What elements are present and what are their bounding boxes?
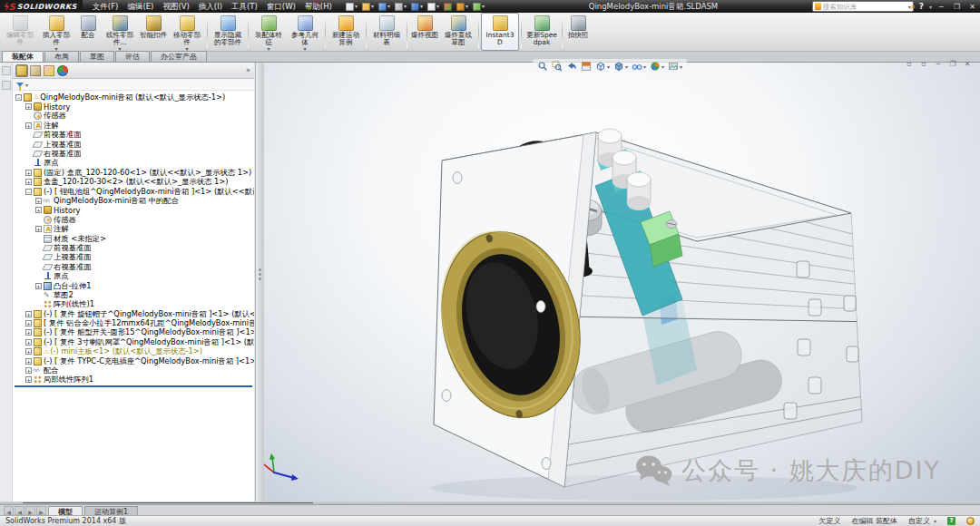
menu-2[interactable]: 视图(V) [158,0,193,13]
tree-item[interactable]: +(-) [ 复件 3寸喇叭网罩^QingMelodyBox-mini音箱 ]<… [13,337,254,346]
file-properties-button[interactable]: ▾ [471,1,486,12]
tab-装配体[interactable]: 装配体 [2,51,44,62]
menu-1[interactable]: 编辑(E) [122,0,158,13]
minimize-doc-button[interactable]: ─ [933,59,944,70]
tree-item[interactable]: 原点 [13,159,254,168]
tab-评估[interactable]: 评估 [115,51,150,62]
zoom-fit-button[interactable] [536,57,549,76]
tab-草图[interactable]: 草图 [80,51,114,62]
tree-item[interactable]: 上视基准面 [13,253,254,262]
section-view-button[interactable] [580,57,593,76]
tree-item[interactable]: 前视基准面 [13,131,254,140]
tree-item[interactable]: +凸台-拉伸1 [13,281,254,290]
restore-button[interactable]: ❐ [951,2,963,12]
apply-scene-button[interactable]: ▾ [667,57,683,76]
help-button[interactable]: ? [917,2,926,11]
tree-item[interactable]: +注解 [13,121,254,130]
hide-show-items-button[interactable]: ▾ [631,57,647,76]
open-document-button[interactable]: ▾ [360,1,376,12]
tree-item[interactable]: +[ 复件 铝合金小拉手12mmx64孔距^QingMelodyBox-mini… [13,318,254,327]
tree-item[interactable]: +(-) [ 复件 TYPC-C充电插座^QingMelodyBox-mini音… [13,356,254,365]
knowledge-search[interactable]: ⌕ ▾ [812,1,914,12]
close-button[interactable]: ✕ [966,2,978,12]
smart-fasteners-button[interactable]: 智能扣件 [138,14,169,50]
expand-toggle-icon[interactable]: + [35,198,42,204]
expand-toggle-icon[interactable]: + [25,367,32,374]
new-motion-study-button[interactable]: 新建运动算例 [328,14,364,50]
tree-item[interactable]: 材质 <未指定> [13,234,254,243]
pushpin-icon[interactable] [2,66,11,75]
tab-办公室产品[interactable]: 办公室产品 [151,51,207,62]
menu-6[interactable]: 帮助(H) [300,0,337,13]
window-layout-b-button[interactable]: ▫ [918,59,929,70]
filter-caret-icon[interactable]: ▾ [25,82,28,88]
take-snapshot-button[interactable]: 拍快照 [564,14,592,50]
tree-item[interactable]: +局部线性阵列1 [13,375,254,385]
tree-item[interactable]: +⚠(-) mini主板<1> (默认<默认_显示状态-1>) [13,347,254,356]
tree-item[interactable]: +(-) [ 复件 船型开关-圆形15^QingMelodyBox-mini音箱… [13,328,254,337]
tree-item[interactable]: +注解 [13,224,254,233]
menu-5[interactable]: 窗口(W) [262,0,300,13]
expand-toggle-icon[interactable]: + [25,358,32,365]
display-style-button[interactable]: ▾ [612,57,629,76]
displaymanager-tab[interactable] [57,65,68,76]
tree-item[interactable]: 传感器 [13,215,254,224]
expand-toggle-icon[interactable]: − [25,189,32,195]
tree-item[interactable]: −⚠QingMelodyBox-mini音箱 (默认<默认_显示状态-1>) [13,93,254,102]
restore-doc-button[interactable]: ❐ [947,59,958,70]
view-orientation-button[interactable]: ▾ [594,57,611,76]
options-button[interactable]: ▾ [455,1,470,12]
featuremanager-tree-tab[interactable] [16,65,27,76]
move-component-button[interactable]: 移动零部件▾ [169,14,205,50]
tree-item[interactable]: +配合 [13,365,254,375]
tree-item[interactable]: +History [13,102,254,111]
graphics-area[interactable]: ▾▾▾▾▾ ▫▫─❐✕ 公众号 · 姚大庆的DIY [264,63,980,502]
status-caret-icon[interactable]: ▾ [934,518,936,524]
tree-item[interactable]: 右视基准面 [13,262,254,271]
expand-toggle-icon[interactable]: + [25,348,32,355]
print-document-button[interactable]: ▾ [393,1,408,12]
insert-components-button[interactable]: 插入零部件▾ [38,14,74,50]
zoom-area-button[interactable] [551,57,564,76]
filter-icon[interactable] [16,83,24,87]
tree-item[interactable]: 传感器 [13,112,254,121]
tree-item[interactable]: 右视基准面 [13,149,254,158]
tree-item[interactable]: 上视基准面 [13,140,254,149]
window-layout-a-button[interactable]: ▫ [904,59,915,70]
menu-0[interactable]: 文件(F) [88,0,123,13]
model-3d-view[interactable] [264,63,980,502]
expand-toggle-icon[interactable]: + [35,283,42,289]
previous-view-button[interactable] [565,57,578,76]
tab-nav-3-button[interactable]: ▶ [36,506,46,515]
mate-button[interactable]: 配合 [74,14,102,50]
rollback-icon[interactable] [2,81,11,90]
expand-toggle-icon[interactable]: + [25,103,32,110]
show-hidden-components-button[interactable]: 显示隐藏的零部件 [210,14,246,50]
expand-toggle-icon[interactable]: + [25,122,32,129]
configurationmanager-tab[interactable] [44,65,54,76]
new-document-button[interactable]: ▾ [344,1,359,12]
help-caret-icon[interactable]: ▾ [929,4,932,10]
tab-nav-2-button[interactable]: ▶ [25,506,35,515]
tab-nav-1-button[interactable]: ◀ [15,506,24,515]
tree-item[interactable]: −(-) [ 锂电池组^QingMelodyBox-mini音箱 ]<1> (默… [13,187,254,196]
tab-nav-0-button[interactable]: ◀ [4,506,14,515]
quick-tip-button[interactable]: ? [947,517,956,525]
expand-toggle-icon[interactable]: + [25,376,32,383]
save-document-button[interactable]: ▾ [377,1,392,12]
expand-toggle-icon[interactable]: + [35,207,42,213]
tree-item[interactable]: +QingMelodyBox-mini音箱 中的配合 [13,196,254,205]
tree-item[interactable]: +(固定) 盒底_120-120-60<1> (默认<<默认>_显示状态 1>) [13,168,254,177]
expand-toggle-icon[interactable]: + [25,179,32,185]
explode-line-sketch-button[interactable]: 爆炸直线草图 [440,14,476,50]
search-input[interactable] [823,3,911,11]
tree-item[interactable]: +History [13,206,254,215]
expand-toggle-icon[interactable]: + [25,311,32,317]
bill-of-materials-button[interactable]: 材料明细表 [368,14,405,50]
tree-item[interactable]: 草图2 [13,290,254,299]
instant3d-button[interactable]: Instant3D [481,13,519,51]
expand-toggle-icon[interactable]: + [35,226,42,232]
rollback-bar[interactable] [15,385,252,387]
search-icon[interactable]: ⌕ [911,3,916,11]
undo-button[interactable]: ▾ [409,1,425,12]
